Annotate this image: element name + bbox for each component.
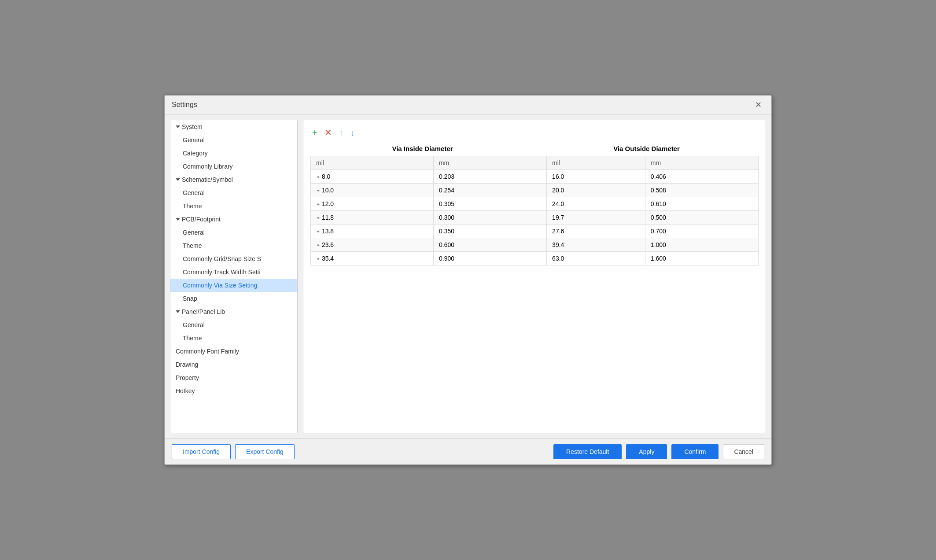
export-config-button[interactable]: Export Config [235, 444, 295, 459]
remove-button[interactable]: ✕ [323, 127, 334, 138]
import-config-button[interactable]: Import Config [172, 444, 231, 459]
cell-outside-mm: 0.406 [645, 170, 758, 184]
sidebar-item-property[interactable]: Property [170, 371, 297, 384]
footer-left: Import Config Export Config [172, 444, 295, 459]
cell-outside-mil: 27.6 [547, 225, 645, 238]
table-row: ✦ 11.80.30019.70.500 [311, 211, 759, 225]
add-button[interactable]: + [310, 127, 319, 138]
table-section-headers: Via Inside Diameter Via Outside Diameter [310, 145, 759, 152]
expand-icon [176, 178, 180, 181]
sidebar-item-system[interactable]: System [170, 120, 297, 133]
cell-inside-mil: ✦ 11.8 [311, 211, 434, 225]
move-up-button[interactable]: ↑ [337, 127, 345, 138]
sidebar-item-pcb-via-size[interactable]: Commonly Via Size Setting [170, 279, 297, 292]
cell-inside-mm: 0.350 [433, 225, 546, 238]
via-table: mil mm mil mm ✦ 8.00.20316.00.406✦ 10.00… [310, 156, 759, 265]
cell-outside-mm: 1.600 [645, 252, 758, 265]
settings-dialog: Settings ✕ SystemGeneralCategoryCommonly… [164, 95, 772, 465]
expand-icon [176, 310, 180, 313]
cell-inside-mm: 0.305 [433, 197, 546, 211]
sidebar-item-panel-lib[interactable]: Panel/Panel Lib [170, 305, 297, 318]
sidebar-item-panel-general[interactable]: General [170, 318, 297, 332]
sidebar-item-hotkey[interactable]: Hotkey [170, 384, 297, 398]
sidebar-item-drawing[interactable]: Drawing [170, 358, 297, 371]
cell-inside-mil: ✦ 10.0 [311, 184, 434, 197]
table-row: ✦ 23.60.60039.41.000 [311, 238, 759, 252]
sidebar-item-label: System [182, 123, 203, 130]
toolbar: + ✕ ↑ ↓ [310, 127, 759, 138]
cell-inside-mil: ✦ 12.0 [311, 197, 434, 211]
via-inside-diameter-header: Via Inside Diameter [310, 145, 534, 152]
cell-outside-mil: 16.0 [547, 170, 645, 184]
table-header-row: mil mm mil mm [311, 156, 759, 170]
apply-button[interactable]: Apply [626, 444, 667, 459]
cell-outside-mm: 0.508 [645, 184, 758, 197]
sidebar-item-label: Panel/Panel Lib [182, 308, 225, 315]
sidebar: SystemGeneralCategoryCommonly LibrarySch… [170, 120, 298, 433]
sidebar-item-system-general[interactable]: General [170, 133, 297, 147]
expand-icon [176, 218, 180, 221]
sidebar-item-schematic-symbol[interactable]: Schematic/Symbol [170, 173, 297, 186]
via-outside-diameter-header: Via Outside Diameter [534, 145, 759, 152]
cell-outside-mm: 0.700 [645, 225, 758, 238]
cell-outside-mm: 0.500 [645, 211, 758, 225]
sidebar-item-pcb-footprint[interactable]: PCB/Footprint [170, 213, 297, 226]
sidebar-item-commonly-font[interactable]: Commonly Font Family [170, 345, 297, 358]
cell-outside-mil: 19.7 [547, 211, 645, 225]
sidebar-item-label: Schematic/Symbol [182, 176, 233, 183]
expand-icon [176, 125, 180, 128]
move-down-button[interactable]: ↓ [349, 127, 357, 138]
cell-inside-mm: 0.900 [433, 252, 546, 265]
sidebar-item-panel-theme[interactable]: Theme [170, 332, 297, 345]
cell-outside-mil: 20.0 [547, 184, 645, 197]
cell-inside-mil: ✦ 8.0 [311, 170, 434, 184]
cell-inside-mm: 0.300 [433, 211, 546, 225]
cell-outside-mm: 1.000 [645, 238, 758, 252]
close-button[interactable]: ✕ [752, 100, 764, 110]
col-outside-mil: mil [547, 156, 645, 170]
cell-inside-mm: 0.254 [433, 184, 546, 197]
cell-outside-mil: 39.4 [547, 238, 645, 252]
col-outside-mm: mm [645, 156, 758, 170]
cell-outside-mil: 63.0 [547, 252, 645, 265]
sidebar-item-pcb-theme[interactable]: Theme [170, 239, 297, 252]
confirm-button[interactable]: Confirm [671, 444, 719, 459]
sidebar-item-system-commonly-library[interactable]: Commonly Library [170, 160, 297, 173]
sidebar-item-pcb-grid-snap[interactable]: Commonly Grid/Snap Size S [170, 252, 297, 265]
sidebar-item-pcb-track-width[interactable]: Commonly Track Width Setti [170, 265, 297, 279]
col-inside-mm: mm [433, 156, 546, 170]
sidebar-item-pcb-general[interactable]: General [170, 226, 297, 239]
cancel-button[interactable]: Cancel [723, 444, 764, 459]
footer-right: Restore Default Apply Confirm Cancel [553, 444, 764, 459]
cell-outside-mm: 0.610 [645, 197, 758, 211]
main-content: + ✕ ↑ ↓ Via Inside Diameter Via Outside … [303, 120, 766, 433]
dialog-header: Settings ✕ [165, 96, 771, 114]
restore-default-button[interactable]: Restore Default [553, 444, 622, 459]
table-row: ✦ 10.00.25420.00.508 [311, 184, 759, 197]
cell-inside-mil: ✦ 35.4 [311, 252, 434, 265]
sidebar-item-label: PCB/Footprint [182, 216, 221, 223]
sidebar-item-schematic-general[interactable]: General [170, 186, 297, 199]
dialog-title: Settings [172, 101, 197, 109]
col-inside-mil: mil [311, 156, 434, 170]
sidebar-item-pcb-snap[interactable]: Snap [170, 292, 297, 305]
table-row: ✦ 8.00.20316.00.406 [311, 170, 759, 184]
table-row: ✦ 13.80.35027.60.700 [311, 225, 759, 238]
cell-inside-mm: 0.203 [433, 170, 546, 184]
cell-outside-mil: 24.0 [547, 197, 645, 211]
dialog-footer: Import Config Export Config Restore Defa… [165, 438, 771, 464]
cell-inside-mil: ✦ 13.8 [311, 225, 434, 238]
cell-inside-mm: 0.600 [433, 238, 546, 252]
sidebar-item-schematic-theme[interactable]: Theme [170, 199, 297, 213]
cell-inside-mil: ✦ 23.6 [311, 238, 434, 252]
table-row: ✦ 35.40.90063.01.600 [311, 252, 759, 265]
sidebar-item-system-category[interactable]: Category [170, 147, 297, 160]
dialog-body: SystemGeneralCategoryCommonly LibrarySch… [165, 114, 771, 438]
table-row: ✦ 12.00.30524.00.610 [311, 197, 759, 211]
